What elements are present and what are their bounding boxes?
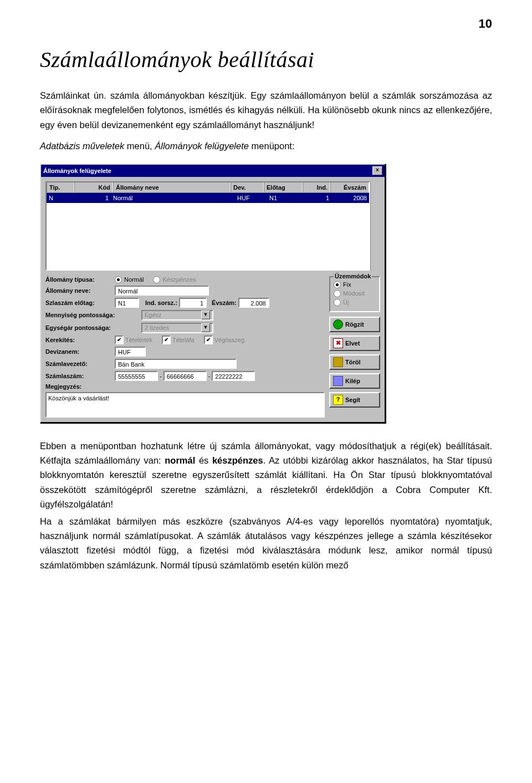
exit-icon (333, 376, 343, 386)
label-evszam: Évszám: (212, 299, 237, 306)
input-devizanem[interactable]: HUF (115, 347, 146, 357)
segit-button[interactable]: ?Segít (329, 392, 380, 408)
label-indsorsz: Ind. sorsz.: (145, 299, 177, 306)
explanation-paragraph-2: Ha a számlákat bármilyen más eszközre (s… (40, 514, 492, 573)
label-szam: Számlaszám: (45, 373, 113, 379)
input-szam3[interactable]: 22222222 (212, 371, 255, 381)
radio-fix[interactable]: Fix (334, 281, 376, 288)
menu-path-paragraph: Adatbázis műveletek menü, Állományok fel… (40, 139, 492, 153)
label-kerekites: Kerekítés: (45, 337, 113, 343)
chevron-down-icon: ▼ (201, 311, 210, 319)
dialog-title: Állományok felügyelete (43, 167, 111, 174)
input-indsorsz[interactable]: 1 (179, 298, 207, 308)
page-number: 10 (479, 17, 492, 31)
dialog-allomanyok-felugyelete: Állományok felügyelete × Tip. Kód Állomá… (40, 164, 386, 423)
radio-modosit[interactable]: Módosít (334, 290, 376, 297)
radio-uj[interactable]: Új (334, 299, 376, 306)
dialog-titlebar[interactable]: Állományok felügyelete × (41, 165, 385, 177)
radio-normal[interactable]: Normál (115, 276, 144, 283)
menu-name-1: Adatbázis műveletek (40, 141, 124, 151)
label-devizanem: Devizanem: (45, 348, 113, 355)
close-icon[interactable]: × (372, 166, 382, 175)
page-title: Számlaállományok beállításai (40, 47, 492, 73)
label-egysegar: Egységár pontossága: (45, 324, 140, 331)
menu-name-2: Állományok felügyelete (155, 141, 249, 151)
input-evszam[interactable]: 2.008 (238, 298, 269, 308)
explanation-paragraph-1: Ebben a menüpontban hozhatunk létre új s… (40, 439, 492, 512)
label-megj: Megjegyzés: (45, 383, 113, 390)
input-elotag[interactable]: N1 (115, 298, 139, 308)
table-row[interactable]: N 1 Normál HUF N1 1 2008 (47, 193, 369, 203)
checkbox-tetelertek[interactable]: ✔ (115, 335, 124, 344)
select-egysegar[interactable]: 2 tizedes▼ (141, 323, 213, 333)
label-neve: Állomány neve: (45, 287, 113, 294)
table-header: Tip. Kód Állomány neve Dev. Előtag Ind. … (47, 182, 369, 193)
vertical-scrollbar[interactable] (370, 181, 380, 271)
groupbox-uzemmodok: Üzemmódok Fix Módosít Új (329, 276, 380, 312)
cancel-icon: ✖ (333, 338, 343, 348)
torol-button[interactable]: Töröl (329, 354, 380, 370)
input-szam1[interactable]: 55555555 (115, 371, 158, 381)
chevron-down-icon: ▼ (201, 323, 210, 332)
input-vezeto[interactable]: Bán Bank (115, 359, 237, 369)
label-mennyiseg: Mennyiség pontossága: (45, 312, 140, 318)
intro-paragraph: Számláinkat ún. számla állományokban kés… (40, 88, 492, 132)
select-mennyiseg[interactable]: Egész▼ (141, 310, 213, 321)
checkbox-vegosszeg[interactable]: ✔ (204, 335, 213, 344)
input-neve[interactable]: Normál (115, 286, 209, 296)
table-empty-area (47, 203, 369, 270)
kilep-button[interactable]: Kilép (329, 373, 380, 389)
label-vezeto: Számlavezető: (45, 360, 113, 367)
radio-keszpenzes[interactable]: Készpénzes (153, 276, 196, 283)
help-icon: ? (333, 395, 343, 405)
rogzit-button[interactable]: Rögzít (329, 317, 380, 332)
input-szam2[interactable]: 66666666 (163, 371, 207, 381)
label-elotag: Szlaszám előtag: (45, 299, 113, 306)
label-tipus: Állomány típusa: (45, 276, 113, 283)
record-icon (333, 319, 343, 329)
delete-icon (333, 357, 343, 367)
elvet-button[interactable]: ✖Elvet (329, 335, 380, 351)
textarea-megjegyzes[interactable]: Köszönjük a vásárlást! (45, 392, 325, 418)
checkbox-tetelafa[interactable]: ✔ (162, 335, 171, 344)
